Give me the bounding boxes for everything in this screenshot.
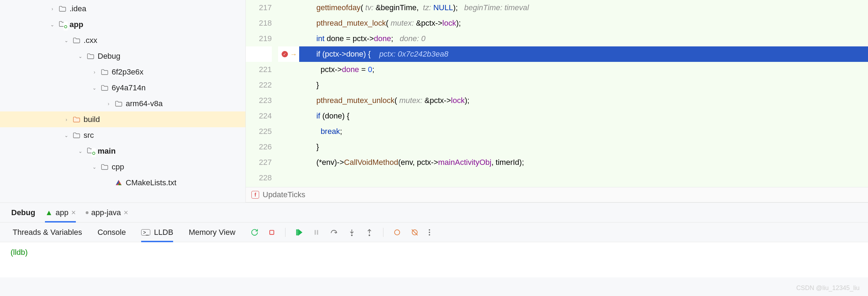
project-tree[interactable]: ›.idea⌄app⌄.cxx⌄Debug›6f2p3e6x⌄6y4a714n›… — [0, 0, 246, 202]
svg-point-6 — [351, 234, 353, 236]
code-line-221[interactable]: pctx->done = 0; — [299, 62, 868, 77]
tree-label: arm64-v8a — [126, 99, 163, 108]
tree-label: Debug — [98, 52, 120, 61]
code-line-219[interactable]: int done = pctx->done; done: 0 — [299, 31, 868, 46]
svg-point-7 — [369, 234, 370, 236]
tree-item-Debug[interactable]: ⌄Debug — [0, 48, 245, 64]
tool-tab-console[interactable]: Console — [98, 223, 126, 242]
watermark: CSDN @liu_12345_liu — [796, 284, 860, 292]
tool-label: Console — [98, 228, 126, 237]
tree-item-app[interactable]: ⌄app — [0, 17, 245, 32]
svg-rect-4 — [315, 230, 316, 234]
svg-rect-5 — [317, 230, 318, 234]
tool-label: Threads & Variables — [13, 228, 82, 237]
breadcrumb-bar[interactable]: f UpdateTicks — [246, 187, 868, 202]
chevron-icon[interactable]: ⌄ — [63, 38, 70, 43]
close-icon[interactable]: × — [124, 208, 128, 217]
terminal-icon: >_ — [141, 229, 150, 236]
step-into-icon[interactable] — [348, 229, 356, 236]
gutter-marks: ✓→ — [278, 0, 299, 187]
tree-item-6y4a714n[interactable]: ⌄6y4a714n — [0, 80, 245, 96]
code-line-227[interactable]: (*env)->CallVoidMethod(env, pctx->mainAc… — [299, 155, 868, 170]
debug-title: Debug — [11, 208, 35, 217]
chevron-icon[interactable]: ⌄ — [77, 148, 84, 154]
tree-label: 6f2p3e6x — [112, 67, 144, 77]
svg-point-0 — [65, 25, 67, 28]
svg-point-1 — [93, 152, 95, 154]
step-over-icon[interactable] — [330, 228, 338, 237]
code-line-218[interactable]: pthread_mutex_lock( mutex: &pctx->lock); — [299, 15, 868, 31]
code-lines[interactable]: gettimeofday( tv: &beginTime, tz: NULL);… — [299, 0, 868, 187]
step-out-icon[interactable] — [366, 229, 373, 236]
chevron-icon[interactable]: › — [63, 117, 70, 122]
code-line-225[interactable]: break; — [299, 124, 868, 139]
code-line-222[interactable]: } — [299, 77, 868, 93]
chevron-icon[interactable]: ⌄ — [91, 164, 98, 170]
code-line-226[interactable]: } — [299, 139, 868, 155]
tree-item-6f2p3e6x[interactable]: ›6f2p3e6x — [0, 64, 245, 80]
tree-label: main — [98, 147, 116, 156]
svg-point-11 — [429, 229, 430, 231]
folder-icon — [72, 132, 81, 139]
view-breakpoints-icon[interactable] — [393, 229, 401, 236]
chevron-icon[interactable]: › — [91, 69, 98, 75]
execution-point-icon: → — [290, 50, 297, 58]
android-icon: ▲ — [45, 208, 53, 217]
code-line-228[interactable] — [299, 170, 868, 186]
tree-item-build[interactable]: ›build — [0, 111, 245, 127]
folder-icon — [100, 69, 109, 75]
chevron-icon[interactable]: ⌄ — [63, 133, 70, 138]
folder-icon — [100, 164, 109, 170]
function-icon: f — [251, 191, 259, 199]
debug-tab-app[interactable]: ▲app× — [45, 203, 75, 223]
tree-label: .idea — [70, 4, 86, 13]
tool-tab-lldb[interactable]: >_LLDB — [141, 223, 173, 242]
rerun-icon[interactable] — [251, 229, 258, 236]
debug-tool-tabs: Threads & VariablesConsole>_LLDBMemory V… — [0, 223, 868, 242]
tree-label: app — [70, 20, 83, 29]
folder-icon — [100, 85, 109, 91]
code-line-217[interactable]: gettimeofday( tv: &beginTime, tz: NULL);… — [299, 0, 868, 15]
svg-point-12 — [429, 232, 430, 233]
tool-tab-threads-&-variables[interactable]: Threads & Variables — [13, 223, 82, 242]
svg-point-8 — [395, 230, 400, 235]
console-prompt: (lldb) — [11, 248, 28, 257]
code-editor: 217218219221222223224225226227228 ✓→ get… — [246, 0, 868, 202]
close-icon[interactable]: × — [71, 208, 76, 217]
resume-icon[interactable] — [295, 229, 303, 236]
chevron-icon[interactable]: ⌄ — [91, 85, 98, 91]
tree-item-CMakeLists.txt[interactable]: CMakeLists.txt — [0, 175, 245, 191]
tab-label: app — [55, 208, 68, 217]
mute-breakpoints-icon[interactable] — [411, 229, 419, 236]
debug-session-tabs: Debug ▲app×app-java× — [0, 203, 868, 223]
folder-icon — [86, 53, 95, 59]
more-icon[interactable] — [428, 229, 430, 236]
stop-icon[interactable] — [268, 229, 275, 236]
tree-item-src[interactable]: ⌄src — [0, 127, 245, 143]
chevron-icon[interactable]: › — [105, 101, 112, 107]
tool-tab-memory-view[interactable]: Memory View — [189, 223, 235, 242]
tree-item-cpp[interactable]: ⌄cpp — [0, 159, 245, 175]
tree-label: 6y4a714n — [112, 83, 146, 92]
chevron-icon[interactable]: ⌄ — [49, 22, 55, 27]
debug-tab-app-java[interactable]: app-java× — [86, 203, 128, 223]
lldb-console[interactable]: (lldb) — [0, 242, 868, 277]
code-line-224[interactable]: if (done) { — [299, 108, 868, 124]
tree-item-.cxx[interactable]: ⌄.cxx — [0, 32, 245, 48]
folder-icon — [58, 6, 67, 12]
pause-icon[interactable] — [313, 229, 320, 236]
svg-rect-3 — [297, 230, 298, 235]
tree-item-main[interactable]: ⌄main — [0, 143, 245, 159]
svg-point-13 — [429, 234, 430, 236]
chevron-icon[interactable]: ⌄ — [77, 53, 84, 59]
folder-icon — [114, 101, 123, 107]
folder-icon — [58, 20, 67, 29]
code-line-223[interactable]: pthread_mutex_unlock( mutex: &pctx->lock… — [299, 93, 868, 108]
breakpoint-icon[interactable]: ✓ — [282, 51, 288, 57]
tree-item-arm64-v8a[interactable]: ›arm64-v8a — [0, 96, 245, 111]
chevron-icon[interactable]: › — [49, 6, 55, 12]
tree-item-.idea[interactable]: ›.idea — [0, 1, 245, 17]
code-line-220[interactable]: if (pctx->done) { pctx: 0x7c242b3ea8 — [299, 46, 868, 62]
tree-label: .cxx — [84, 36, 97, 45]
dot-icon — [86, 211, 88, 214]
